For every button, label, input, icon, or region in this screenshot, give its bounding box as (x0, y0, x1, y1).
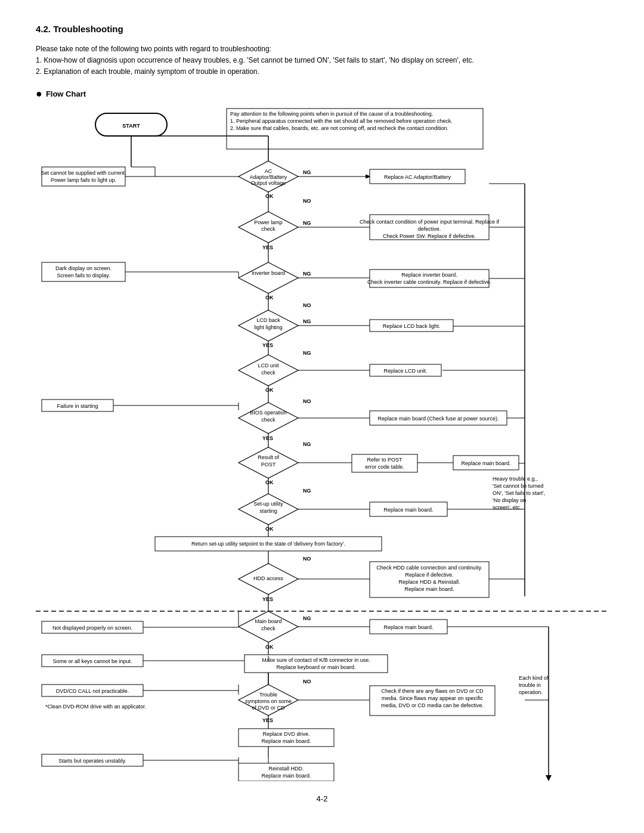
svg-text:Replace LCD unit.: Replace LCD unit. (383, 368, 427, 374)
svg-text:light lighting: light lighting (254, 324, 283, 330)
svg-text:OK: OK (265, 644, 274, 650)
svg-text:YES: YES (262, 596, 273, 602)
svg-text:Result of: Result of (258, 454, 279, 460)
svg-text:ON', 'Set fails to start',: ON', 'Set fails to start', (493, 490, 545, 496)
svg-text:OK: OK (265, 295, 274, 301)
svg-text:Replace if defective.: Replace if defective. (405, 572, 453, 578)
svg-text:Return set-up utility setpoint: Return set-up utility setpoint to the st… (191, 541, 345, 547)
bullet-icon: ● (36, 88, 42, 100)
svg-text:NO: NO (303, 398, 311, 404)
svg-text:Adaptor/Battery: Adaptor/Battery (250, 174, 287, 180)
flowchart-wrapper: Pay attention to the following points wh… (36, 107, 608, 782)
svg-marker-198 (546, 775, 552, 781)
svg-text:NO: NO (303, 302, 311, 308)
svg-text:NG: NG (303, 318, 311, 324)
svg-text:POST: POST (261, 462, 276, 467)
flowchart-title: ● Flow Chart (36, 88, 608, 100)
svg-text:check: check (261, 370, 275, 376)
svg-text:NG: NG (303, 350, 311, 356)
svg-text:Some or all keys cannot be inp: Some or all keys cannot be input. (52, 658, 132, 664)
svg-text:OK: OK (265, 479, 274, 485)
svg-text:error code table.: error code table. (365, 464, 404, 470)
svg-text:check: check (261, 625, 275, 631)
svg-text:Not displayed properly on scre: Not displayed properly on screen. (52, 625, 132, 631)
svg-text:Replace main board.: Replace main board. (383, 507, 433, 513)
svg-text:symptoms on some: symptoms on some (245, 698, 292, 704)
svg-text:media, DVD or CD media can be : media, DVD or CD media can be defective. (381, 702, 484, 708)
svg-text:START: START (122, 123, 140, 129)
svg-text:Replace main board.: Replace main board. (404, 586, 454, 592)
svg-text:Each kind of: Each kind of (519, 675, 549, 681)
svg-text:NO: NO (303, 198, 311, 204)
svg-text:Dark display on screen.: Dark display on screen. (55, 265, 112, 271)
svg-text:Power lamp fails to light up.: Power lamp fails to light up. (51, 177, 116, 183)
svg-text:DVD/CD CALL not practicable.: DVD/CD CALL not practicable. (56, 688, 129, 694)
intro-text: Please take note of the following two po… (36, 44, 608, 78)
svg-text:Check if there are any flaws o: Check if there are any flaws on DVD or C… (381, 688, 484, 694)
svg-text:Check Power SW. Replace if def: Check Power SW. Replace if defective. (383, 233, 476, 239)
svg-text:BIOS operation: BIOS operation (250, 410, 287, 416)
svg-text:check: check (261, 417, 275, 423)
svg-text:Refer to POST: Refer to POST (367, 457, 402, 463)
svg-text:Replace main board.: Replace main board. (261, 738, 311, 744)
svg-text:Replace main board.: Replace main board. (461, 460, 510, 466)
svg-text:YES: YES (262, 342, 273, 348)
svg-text:Main board: Main board (255, 618, 281, 624)
svg-text:Screen fails to display.: Screen fails to display. (57, 272, 110, 278)
svg-text:Inverter board: Inverter board (252, 270, 285, 276)
svg-text:Check inverter cable continuit: Check inverter cable continuity. Replace… (367, 279, 491, 285)
page-number: 4-2 (36, 794, 608, 803)
svg-text:Pay attention to the following: Pay attention to the following points wh… (230, 111, 433, 117)
svg-text:NG: NG (303, 441, 311, 447)
svg-text:Replace main board.: Replace main board. (383, 624, 433, 630)
svg-text:NG: NG (303, 615, 311, 621)
svg-text:Check HDD cable connection and: Check HDD cable connection and continuit… (376, 565, 482, 571)
svg-text:OK: OK (265, 526, 274, 532)
svg-text:NG: NG (303, 271, 311, 277)
svg-text:Trouble: Trouble (259, 692, 277, 698)
svg-text:1.  Peripheral apparatus conne: 1. Peripheral apparatus connected with t… (230, 118, 453, 124)
svg-text:Failure in starting: Failure in starting (57, 403, 98, 409)
svg-text:Replace HDD & Reinstall.: Replace HDD & Reinstall. (398, 579, 460, 585)
svg-text:defective.: defective. (418, 226, 441, 232)
svg-text:Starts but operates unstably.: Starts but operates unstably. (58, 758, 126, 764)
svg-text:NG: NG (303, 220, 311, 226)
svg-text:HDD access: HDD access (253, 575, 284, 581)
svg-text:Set-up utility: Set-up utility (253, 501, 283, 507)
svg-text:2.  Make sure that cables, boa: 2. Make sure that cables, boards, etc. a… (230, 125, 448, 131)
svg-text:Replace keyboard or main board: Replace keyboard or main board. (276, 664, 355, 670)
svg-text:Power lamp: Power lamp (254, 219, 283, 225)
svg-text:NO: NO (303, 679, 311, 685)
svg-text:Reinstall HDD.: Reinstall HDD. (268, 766, 304, 772)
section-heading: 4.2. Troubleshooting (36, 24, 608, 34)
svg-text:OK: OK (265, 193, 274, 199)
svg-text:NG: NG (303, 488, 311, 494)
svg-text:Replace LCD back light.: Replace LCD back light. (383, 323, 441, 329)
svg-text:of DVD or CD: of DVD or CD (252, 705, 285, 711)
svg-text:AC: AC (265, 168, 273, 174)
svg-text:LCD unit: LCD unit (258, 363, 279, 368)
svg-text:Heavy trouble e.g.,: Heavy trouble e.g., (493, 476, 538, 482)
svg-text:OK: OK (265, 387, 274, 393)
svg-text:Replace inverter board.: Replace inverter board. (401, 272, 457, 278)
svg-text:Replace main board (Check fuse: Replace main board (Check fuse at power … (377, 416, 499, 422)
svg-text:Check contact condition of pow: Check contact condition of power input t… (360, 219, 500, 225)
svg-text:YES: YES (262, 717, 273, 723)
svg-text:Output voltage: Output voltage (251, 180, 286, 186)
svg-text:YES: YES (262, 435, 273, 441)
svg-text:starting: starting (259, 508, 277, 514)
svg-text:media. Since flaws may appear : media. Since flaws may appear on specifi… (382, 695, 484, 701)
svg-text:Replace main board.: Replace main board. (261, 773, 311, 779)
svg-text:LCD back: LCD back (256, 317, 280, 323)
svg-text:Replace DVD drive.: Replace DVD drive. (262, 731, 309, 737)
svg-text:operation.: operation. (519, 689, 543, 695)
svg-text:NG: NG (303, 169, 311, 175)
svg-text:*Clean DVD-ROM drive with an a: *Clean DVD-ROM drive with an applicator. (45, 704, 146, 710)
svg-text:YES: YES (262, 244, 273, 250)
svg-text:check: check (261, 226, 275, 232)
svg-text:NO: NO (303, 556, 311, 562)
svg-marker-44 (239, 262, 298, 293)
svg-text:trouble in: trouble in (519, 682, 541, 688)
svg-text:'Set cannot be turned: 'Set cannot be turned (493, 483, 543, 489)
svg-text:Replace AC Adaptor/Battery: Replace AC Adaptor/Battery (384, 174, 451, 180)
